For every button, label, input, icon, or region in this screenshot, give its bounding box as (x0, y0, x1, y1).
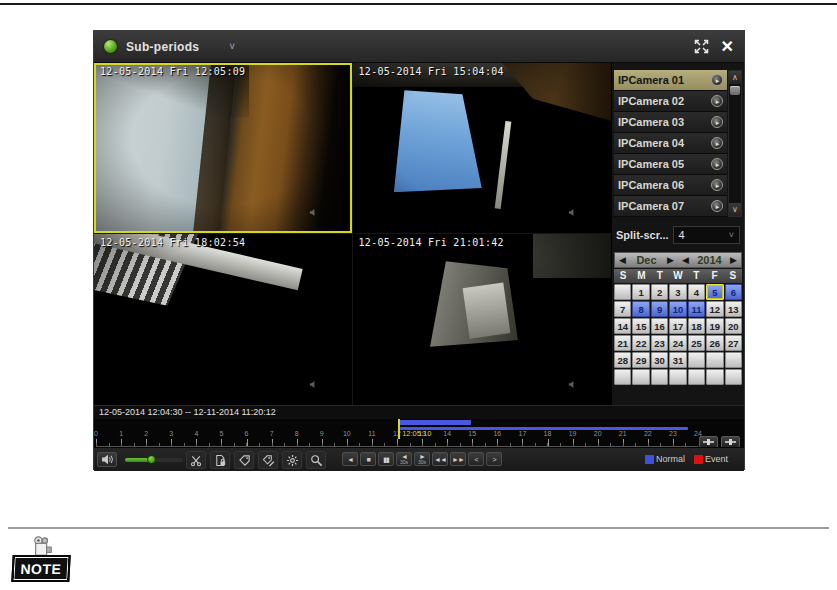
pause-button[interactable]: ▮▮ (378, 452, 394, 466)
tag-management-icon[interactable] (282, 451, 302, 469)
speed-up-button[interactable]: ►► (450, 452, 466, 466)
calendar-day[interactable]: 16 (651, 318, 668, 334)
close-icon[interactable]: ✕ (721, 39, 734, 55)
add-custom-tag-icon[interactable] (258, 451, 278, 469)
calendar-day[interactable]: 22 (632, 335, 649, 351)
previous-file-button[interactable]: < (468, 452, 484, 466)
calendar-day[interactable]: 5 (706, 284, 723, 300)
camera-list: IPCamera 01 IPCamera 02 IPCamera 03 IPCa… (614, 70, 727, 217)
camera-list-item[interactable]: IPCamera 03 (614, 112, 727, 133)
volume-slider[interactable] (125, 458, 183, 462)
calendar-day[interactable] (651, 369, 668, 385)
play-camera-icon[interactable] (711, 158, 723, 170)
calendar-day[interactable] (614, 369, 631, 385)
calendar-day[interactable] (706, 369, 723, 385)
calendar-day[interactable]: 18 (688, 318, 705, 334)
volume-knob[interactable] (147, 455, 156, 464)
add-tag-icon[interactable] (234, 451, 254, 469)
scroll-up-icon[interactable]: ∧ (729, 71, 741, 84)
calendar-day[interactable] (669, 369, 686, 385)
playback-window: Sub-periods ˅ ✕ 12-05-2014 Fri 12:05:09 (93, 30, 745, 470)
video-cell-1[interactable]: 12-05-2014 Fri 12:05:09 (94, 63, 353, 234)
calendar-day[interactable] (614, 284, 631, 300)
play-camera-icon[interactable] (711, 179, 723, 191)
camera-list-item[interactable]: IPCamera 02 (614, 91, 727, 112)
scroll-down-icon[interactable]: ∨ (729, 203, 741, 216)
calendar-day[interactable]: 30 (651, 352, 668, 368)
calendar-day[interactable] (688, 369, 705, 385)
next-month-button[interactable]: ▶ (663, 252, 678, 268)
calendar-day[interactable] (725, 352, 742, 368)
prev-year-button[interactable]: ◀ (678, 252, 693, 268)
play-camera-icon[interactable] (711, 137, 723, 149)
calendar-day[interactable]: 23 (651, 335, 668, 351)
control-bar: ◄■▮▮◄30s►30s◄◄►►<> Normal Event (94, 447, 744, 471)
calendar-day[interactable] (706, 352, 723, 368)
calendar-day[interactable]: 6 (725, 284, 742, 300)
normal-color-swatch (645, 455, 654, 464)
camera-list-item[interactable]: IPCamera 04 (614, 133, 727, 154)
mute-button[interactable] (97, 452, 117, 467)
calendar-day[interactable]: 8 (632, 301, 649, 317)
calendar-day[interactable]: 11 (688, 301, 705, 317)
calendar-day[interactable] (632, 369, 649, 385)
stop-button[interactable]: ■ (360, 452, 376, 466)
calendar-day[interactable]: 4 (688, 284, 705, 300)
chevron-down-icon[interactable]: ˅ (229, 41, 235, 52)
video-cell-2[interactable]: 12-05-2014 Fri 15:04:04 (353, 63, 612, 234)
video-cell-4[interactable]: 12-05-2014 Fri 21:01:42 (353, 234, 612, 405)
calendar-day[interactable]: 29 (632, 352, 649, 368)
timeline-cursor[interactable] (398, 419, 400, 439)
calendar-day[interactable]: 9 (651, 301, 668, 317)
play-camera-icon[interactable] (711, 116, 723, 128)
calendar-day[interactable]: 20 (725, 318, 742, 334)
clip-icon[interactable] (186, 451, 206, 469)
calendar-day[interactable] (725, 369, 742, 385)
play-camera-icon[interactable] (711, 95, 723, 107)
next-year-button[interactable]: ▶ (726, 252, 741, 268)
camera-list-item[interactable]: IPCamera 05 (614, 154, 727, 175)
prev-month-button[interactable]: ◀ (615, 252, 630, 268)
calendar-day[interactable]: 2 (651, 284, 668, 300)
video-cell-3[interactable]: 12-05-2014 Fri 18:02:54 (94, 234, 353, 405)
record-type-legend: Normal Event (645, 454, 728, 464)
play-camera-icon[interactable] (711, 200, 723, 212)
calendar-day[interactable]: 28 (614, 352, 631, 368)
timeline-track[interactable]: 12:05:10 0123456789101112131415161718192… (96, 419, 698, 447)
camera-list-item[interactable]: IPCamera 06 (614, 175, 727, 196)
calendar-day[interactable]: 27 (725, 335, 742, 351)
calendar-day[interactable]: 3 (669, 284, 686, 300)
calendar-day[interactable]: 17 (669, 318, 686, 334)
calendar-day[interactable]: 14 (614, 318, 631, 334)
calendar-day[interactable]: 1 (632, 284, 649, 300)
calendar-day[interactable]: 15 (632, 318, 649, 334)
digital-zoom-icon[interactable] (306, 451, 326, 469)
calendar-day[interactable]: 24 (669, 335, 686, 351)
calendar-day-header: S (614, 269, 632, 283)
forward-30s-button[interactable]: ►30s (414, 452, 430, 466)
calendar-day[interactable]: 31 (669, 352, 686, 368)
camera-name: IPCamera 07 (618, 200, 711, 212)
calendar-day[interactable]: 12 (706, 301, 723, 317)
calendar-day[interactable]: 19 (706, 318, 723, 334)
calendar-day[interactable]: 21 (614, 335, 631, 351)
reverse-play-button[interactable]: ◄ (342, 452, 358, 466)
next-file-button[interactable]: > (486, 452, 502, 466)
camera-list-item[interactable]: IPCamera 01 (614, 70, 727, 91)
play-camera-icon[interactable] (711, 74, 723, 86)
calendar-day[interactable]: 13 (725, 301, 742, 317)
scrollbar-thumb[interactable] (730, 86, 740, 95)
calendar-day[interactable]: 25 (688, 335, 705, 351)
calendar-day[interactable]: 7 (614, 301, 631, 317)
split-screen-select[interactable]: 4 ˅ (673, 226, 740, 244)
camera-list-item[interactable]: IPCamera 07 (614, 196, 727, 217)
fullscreen-icon[interactable] (694, 39, 709, 54)
calendar-day-header: S (724, 269, 742, 283)
page-top-rule (0, 3, 837, 5)
calendar-day[interactable]: 26 (706, 335, 723, 351)
slow-down-button[interactable]: ◄◄ (432, 452, 448, 466)
back-30s-button[interactable]: ◄30s (396, 452, 412, 466)
lock-file-icon[interactable] (210, 451, 230, 469)
calendar-day[interactable]: 10 (669, 301, 686, 317)
calendar-day[interactable] (688, 352, 705, 368)
